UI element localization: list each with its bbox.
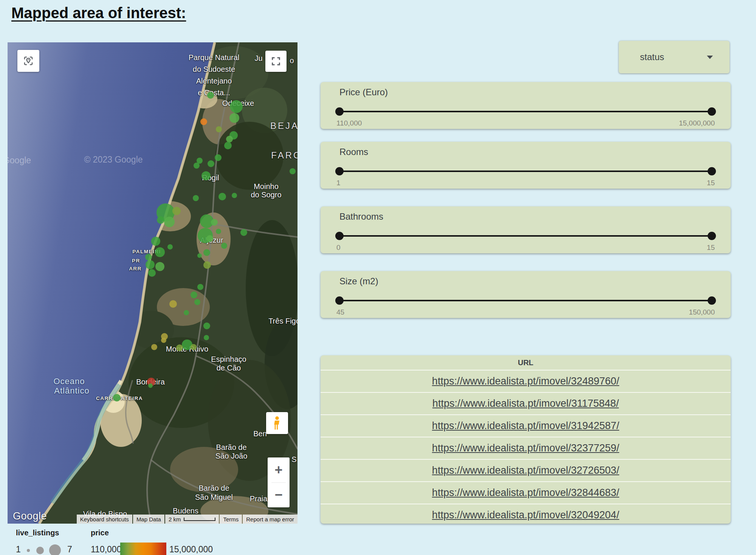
slider-track <box>339 235 712 237</box>
price-range-slider[interactable] <box>339 107 712 116</box>
listing-marker[interactable] <box>193 195 199 201</box>
slider-track <box>339 300 712 301</box>
listing-link[interactable]: https://www.idealista.pt/imovel/32377259… <box>432 442 619 454</box>
street-view-coverage-button[interactable] <box>17 50 39 72</box>
table-row: https://www.idealista.pt/imovel/32844683… <box>321 481 731 504</box>
legend-size-min: 1 <box>16 544 21 555</box>
bathrooms-range-slider[interactable] <box>339 231 712 240</box>
listing-link[interactable]: https://www.idealista.pt/imovel/32489760… <box>432 375 619 387</box>
listing-marker[interactable] <box>218 193 226 200</box>
table-row: https://www.idealista.pt/imovel/32726503… <box>321 459 731 481</box>
table-row: https://www.idealista.pt/imovel/31942587… <box>321 414 731 437</box>
listing-marker[interactable] <box>224 142 232 149</box>
listing-marker[interactable] <box>151 344 157 350</box>
listing-marker[interactable] <box>200 118 207 125</box>
listing-marker[interactable] <box>184 310 189 315</box>
scale-bar: 2 km <box>165 515 219 524</box>
listing-marker[interactable] <box>204 335 209 340</box>
google-logo[interactable]: Google <box>13 510 47 522</box>
listing-marker[interactable] <box>197 284 203 290</box>
legend-size-max: 7 <box>67 544 72 555</box>
listing-marker[interactable] <box>194 163 200 169</box>
zoom-out-button[interactable]: − <box>268 483 290 508</box>
rooms-max-thumb[interactable] <box>708 167 716 175</box>
listing-marker[interactable] <box>113 394 121 402</box>
zoom-in-button[interactable]: + <box>268 457 290 482</box>
listing-marker[interactable] <box>201 171 211 180</box>
bathrooms-max-thumb[interactable] <box>708 232 716 240</box>
listing-marker[interactable] <box>203 261 211 269</box>
listing-marker[interactable] <box>197 253 202 258</box>
size-filter-panel: Size (m2) 45 150,000 <box>321 271 731 318</box>
listing-marker[interactable] <box>151 237 160 246</box>
listing-link[interactable]: https://www.idealista.pt/imovel/31175848… <box>432 398 619 409</box>
price-max-thumb[interactable] <box>708 107 716 116</box>
price-min-thumb[interactable] <box>335 107 344 116</box>
listing-marker[interactable] <box>155 262 164 271</box>
listing-marker[interactable] <box>155 247 165 257</box>
listing-marker[interactable] <box>146 260 155 269</box>
listing-marker[interactable] <box>240 229 247 236</box>
listing-marker[interactable] <box>194 299 200 305</box>
legend: live_listings 1 7 price 110,000 15,000,0… <box>0 528 302 555</box>
listing-marker[interactable] <box>208 160 214 167</box>
listing-marker[interactable] <box>145 254 152 260</box>
report-map-error-link[interactable]: Report a map error <box>243 515 297 524</box>
listing-marker[interactable] <box>216 229 221 234</box>
listing-marker[interactable] <box>206 235 213 242</box>
listing-marker[interactable] <box>191 291 197 298</box>
size-range-slider[interactable] <box>339 296 712 305</box>
fullscreen-icon <box>271 56 281 67</box>
listing-marker[interactable] <box>203 249 210 256</box>
listing-marker[interactable] <box>161 338 166 343</box>
map[interactable]: Parque Naturaldo SudoesteAlentejanoe Cos… <box>8 42 297 524</box>
terms-link[interactable]: Terms <box>220 515 242 524</box>
size-max-thumb[interactable] <box>708 296 716 305</box>
listing-marker[interactable] <box>172 207 181 215</box>
listing-link[interactable]: https://www.idealista.pt/imovel/32844683… <box>432 487 619 499</box>
size-min-thumb[interactable] <box>335 296 344 305</box>
rooms-min-value: 1 <box>336 179 341 187</box>
rooms-slider-label: Rooms <box>339 147 712 157</box>
listing-link[interactable]: https://www.idealista.pt/imovel/32049204… <box>432 509 619 521</box>
listing-marker[interactable] <box>169 300 177 308</box>
url-table: URL https://www.idealista.pt/imovel/3248… <box>321 355 731 524</box>
rooms-min-thumb[interactable] <box>335 167 344 175</box>
listing-marker[interactable] <box>215 154 222 161</box>
listing-marker[interactable] <box>211 219 218 226</box>
listing-link[interactable]: https://www.idealista.pt/imovel/31942587… <box>432 420 619 432</box>
listing-marker[interactable] <box>229 113 239 123</box>
listing-marker[interactable] <box>176 344 183 351</box>
map-place-label: Três Figos <box>268 317 297 326</box>
listing-marker[interactable] <box>232 193 237 198</box>
map-place-label: Alentejano <box>196 77 232 85</box>
status-dropdown[interactable]: status <box>619 41 730 73</box>
listing-marker[interactable] <box>221 243 227 249</box>
bathrooms-slider-label: Bathrooms <box>339 211 712 222</box>
map-data-link[interactable]: Map Data <box>133 515 164 524</box>
listing-marker[interactable] <box>157 216 164 224</box>
listing-marker[interactable] <box>230 100 243 113</box>
legend-price-max: 15,000,000 <box>169 544 213 555</box>
price-max-value: 15,000,000 <box>679 119 715 127</box>
listing-marker[interactable] <box>207 92 214 99</box>
rooms-range-slider[interactable] <box>339 167 712 176</box>
map-place-label: Ju <box>254 54 262 63</box>
listing-marker[interactable] <box>216 126 222 132</box>
map-place-label: Moinho <box>254 182 279 191</box>
listing-marker[interactable] <box>167 244 173 250</box>
listing-marker[interactable] <box>164 217 175 227</box>
listing-marker[interactable] <box>191 344 197 350</box>
listing-marker[interactable] <box>148 383 153 388</box>
keyboard-shortcuts-link[interactable]: Keyboard shortcuts <box>77 515 132 524</box>
bathrooms-min-thumb[interactable] <box>335 232 344 240</box>
table-row: https://www.idealista.pt/imovel/31175848… <box>321 392 731 414</box>
zoom-control: + − <box>268 457 290 507</box>
fullscreen-button[interactable] <box>265 51 287 72</box>
listing-link[interactable]: https://www.idealista.pt/imovel/32726503… <box>432 465 619 476</box>
map-attribution: Keyboard shortcuts Map Data 2 km Terms R… <box>77 515 297 524</box>
pegman-button[interactable] <box>266 412 288 434</box>
listing-marker[interactable] <box>148 269 156 277</box>
listing-marker[interactable] <box>203 322 210 329</box>
listing-marker[interactable] <box>290 168 296 174</box>
